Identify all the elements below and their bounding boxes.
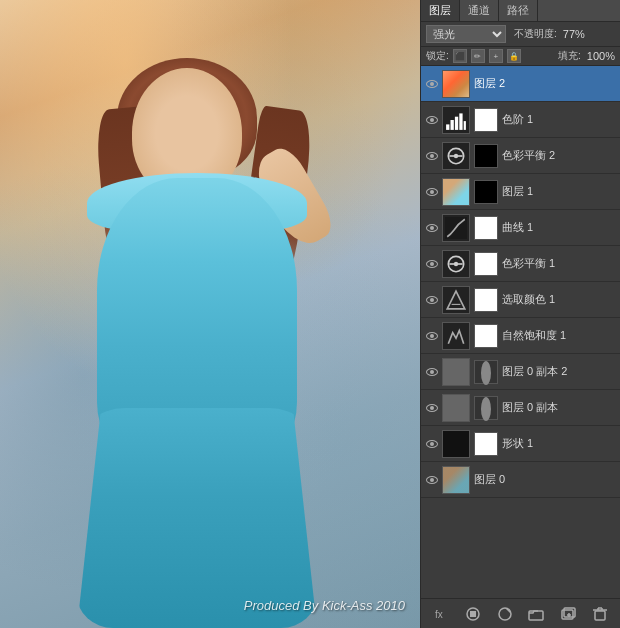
lock-row: 锁定: ⬛ ✏ + 🔒 填充: 100% — [421, 47, 620, 66]
layer-mask — [474, 108, 498, 132]
lock-position-btn[interactable]: + — [489, 49, 503, 63]
layer-visibility-toggle[interactable] — [424, 436, 440, 452]
blend-mode-select[interactable]: 强光 — [426, 25, 506, 43]
eye-icon — [426, 80, 438, 88]
layer-mask — [474, 216, 498, 240]
layer-item[interactable]: 图层 0 副本 2 — [421, 354, 620, 390]
layer-name: 图层 0 副本 — [502, 400, 617, 415]
tab-channels[interactable]: 通道 — [460, 0, 499, 21]
layer-thumbnail — [442, 142, 470, 170]
layer-thumbnail — [442, 466, 470, 494]
layer-name: 选取颜色 1 — [502, 292, 617, 307]
eye-icon — [426, 296, 438, 304]
eye-icon — [426, 368, 438, 376]
svg-text:fx: fx — [435, 609, 443, 620]
new-layer-button[interactable] — [557, 604, 579, 624]
eye-icon — [426, 476, 438, 484]
layer-name: 自然饱和度 1 — [502, 328, 617, 343]
eye-icon — [426, 152, 438, 160]
eye-icon — [426, 332, 438, 340]
layer-item[interactable]: 色彩平衡 1 — [421, 246, 620, 282]
opacity-value: 77% — [563, 28, 585, 40]
fill-label: 填充: — [558, 49, 581, 63]
lock-all-btn[interactable]: 🔒 — [507, 49, 521, 63]
layer-name: 色阶 1 — [502, 112, 617, 127]
new-group-button[interactable] — [525, 604, 547, 624]
tab-layers[interactable]: 图层 — [421, 0, 460, 21]
eye-icon — [426, 440, 438, 448]
svg-rect-16 — [470, 611, 476, 617]
tab-paths[interactable]: 路径 — [499, 0, 538, 21]
layer-thumbnail — [442, 358, 470, 386]
eye-icon — [426, 188, 438, 196]
layer-item[interactable]: 色阶 1 — [421, 102, 620, 138]
layer-thumbnail — [442, 430, 470, 458]
layer-visibility-toggle[interactable] — [424, 148, 440, 164]
svg-point-7 — [454, 153, 458, 157]
layer-item[interactable]: 色彩平衡 2 — [421, 138, 620, 174]
dress-skirt — [77, 408, 317, 628]
eye-icon — [426, 224, 438, 232]
layer-visibility-toggle[interactable] — [424, 184, 440, 200]
blend-mode-row: 强光 不透明度: 77% — [421, 22, 620, 47]
svg-rect-2 — [455, 116, 458, 129]
svg-rect-1 — [451, 120, 454, 130]
layer-fx-button[interactable]: fx — [430, 604, 452, 624]
layers-list: 图层 2 色阶 1 — [421, 66, 620, 598]
new-adjustment-layer-button[interactable] — [494, 604, 516, 624]
photo-canvas: Produced By Kick-Ass 2010 — [0, 0, 420, 628]
layer-visibility-toggle[interactable] — [424, 76, 440, 92]
layer-item[interactable]: 图层 2 — [421, 66, 620, 102]
opacity-label: 不透明度: — [514, 27, 557, 41]
layer-thumbnail — [442, 70, 470, 98]
layer-item[interactable]: 形状 1 — [421, 426, 620, 462]
layer-mask — [474, 144, 498, 168]
layer-name: 图层 1 — [502, 184, 617, 199]
layer-visibility-toggle[interactable] — [424, 256, 440, 272]
layer-thumbnail — [442, 394, 470, 422]
layer-visibility-toggle[interactable] — [424, 112, 440, 128]
svg-rect-4 — [464, 121, 466, 130]
panel-bottom-toolbar: fx — [421, 598, 620, 628]
layer-name: 图层 0 副本 2 — [502, 364, 617, 379]
layer-visibility-toggle[interactable] — [424, 364, 440, 380]
layer-visibility-toggle[interactable] — [424, 400, 440, 416]
delete-layer-button[interactable] — [589, 604, 611, 624]
layers-panel: 图层 通道 路径 强光 不透明度: 77% 锁定: ⬛ ✏ + 🔒 填充: 10… — [420, 0, 620, 628]
layer-mask — [474, 324, 498, 348]
layer-thumbnail — [442, 178, 470, 206]
layer-item[interactable]: 自然饱和度 1 — [421, 318, 620, 354]
svg-marker-12 — [447, 291, 465, 309]
layer-item[interactable]: 选取颜色 1 — [421, 282, 620, 318]
svg-rect-23 — [595, 611, 605, 620]
layer-thumbnail — [442, 322, 470, 350]
fill-value: 100% — [587, 50, 615, 62]
eye-icon — [426, 260, 438, 268]
layer-visibility-toggle[interactable] — [424, 292, 440, 308]
photo-caption: Produced By Kick-Ass 2010 — [244, 598, 405, 613]
lock-transparent-btn[interactable]: ⬛ — [453, 49, 467, 63]
panel-tabs: 图层 通道 路径 — [421, 0, 620, 22]
layer-mask — [474, 180, 498, 204]
layer-mask — [474, 360, 498, 384]
layer-visibility-toggle[interactable] — [424, 220, 440, 236]
layer-mask — [474, 252, 498, 276]
svg-point-11 — [454, 261, 458, 265]
layer-mask-button[interactable] — [462, 604, 484, 624]
layer-name: 色彩平衡 2 — [502, 148, 617, 163]
svg-rect-3 — [459, 113, 462, 129]
layer-item[interactable]: 图层 1 — [421, 174, 620, 210]
eye-icon — [426, 404, 438, 412]
layer-visibility-toggle[interactable] — [424, 472, 440, 488]
layer-mask — [474, 396, 498, 420]
layer-thumbnail — [442, 250, 470, 278]
lock-label: 锁定: — [426, 49, 449, 63]
lock-pixels-btn[interactable]: ✏ — [471, 49, 485, 63]
layer-item[interactable]: 图层 0 副本 — [421, 390, 620, 426]
layer-item[interactable]: 图层 0 — [421, 462, 620, 498]
layer-name: 曲线 1 — [502, 220, 617, 235]
layer-name: 色彩平衡 1 — [502, 256, 617, 271]
layer-item[interactable]: 曲线 1 — [421, 210, 620, 246]
layer-mask — [474, 288, 498, 312]
layer-visibility-toggle[interactable] — [424, 328, 440, 344]
